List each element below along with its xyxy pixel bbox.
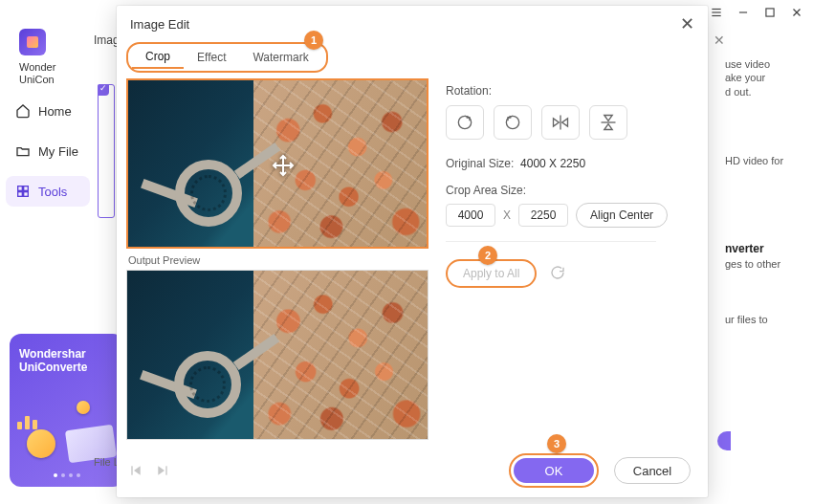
settings-icon[interactable] [710, 6, 723, 23]
app-logo [19, 29, 46, 55]
svg-marker-22 [562, 119, 568, 126]
action-button-partial[interactable] [717, 431, 731, 450]
folder-icon [15, 143, 31, 159]
edit-tabs: Crop Effect Watermark [126, 42, 328, 73]
sidebar-item-home[interactable]: Home [6, 96, 90, 126]
image-edit-dialog: Image Edit ✕ Crop Effect Watermark 1 Out… [117, 6, 708, 497]
sidebar-item-myfiles[interactable]: My File [6, 136, 90, 166]
svg-rect-14 [18, 192, 23, 197]
promo-coin-icon [77, 401, 90, 414]
svg-rect-13 [24, 186, 29, 191]
svg-marker-28 [158, 466, 165, 474]
crop-canvas[interactable] [126, 78, 428, 249]
rotation-label: Rotation: [446, 84, 698, 98]
svg-marker-21 [554, 119, 560, 126]
secondary-close-icon[interactable]: ✕ [714, 33, 725, 48]
rotate-ccw-button[interactable] [494, 105, 532, 140]
dimension-separator: X [503, 208, 511, 222]
original-size-label: Original Size: 4000 X 2250 [446, 157, 698, 170]
promo-graphic-bars [17, 416, 37, 429]
app-brand: Wonder UniCon [6, 61, 90, 86]
crop-size-label: Crop Area Size: [446, 184, 698, 197]
sidebar-item-label: My File [38, 144, 78, 159]
promo-coin-icon [27, 429, 55, 458]
tab-crop[interactable]: Crop [132, 46, 184, 69]
sidebar-item-label: Home [38, 104, 72, 119]
sidebar: Wonder UniCon Home My File Tools [0, 19, 96, 216]
dialog-close-icon[interactable]: ✕ [680, 13, 694, 34]
svg-marker-27 [134, 466, 141, 474]
ok-button-highlight: OK 3 [509, 453, 599, 488]
tab-watermark[interactable]: Watermark [239, 47, 321, 68]
step-badge-1: 1 [304, 31, 323, 50]
flip-vertical-button[interactable] [589, 105, 627, 140]
svg-rect-4 [766, 9, 774, 16]
align-center-button[interactable]: Align Center [576, 203, 668, 228]
info-block: use videoake yourd out. [725, 57, 802, 99]
close-icon[interactable] [790, 6, 803, 23]
output-preview [126, 270, 428, 440]
maximize-icon[interactable] [763, 6, 777, 23]
move-cursor-icon [272, 154, 295, 177]
svg-rect-12 [18, 186, 23, 191]
prev-frame-icon[interactable] [128, 463, 143, 482]
promo-title: WondersharUniConverte [19, 347, 115, 374]
crop-height-input[interactable] [518, 204, 568, 227]
sidebar-item-label: Tools [38, 185, 67, 199]
right-info-column: use videoake yourd out. HD video for nve… [725, 57, 802, 368]
selected-thumbnail[interactable] [98, 84, 115, 218]
flip-horizontal-button[interactable] [541, 105, 580, 140]
ok-button[interactable]: OK [514, 458, 594, 483]
info-block: HD video for [725, 154, 802, 167]
home-icon [15, 103, 31, 119]
crop-width-input[interactable] [446, 204, 495, 227]
svg-marker-25 [604, 124, 612, 130]
carousel-dots[interactable] [10, 473, 124, 477]
svg-marker-24 [604, 116, 612, 121]
step-badge-2: 2 [478, 246, 497, 265]
divider [446, 241, 656, 242]
sidebar-item-tools[interactable]: Tools [6, 176, 90, 207]
svg-rect-26 [131, 466, 132, 474]
tab-effect[interactable]: Effect [184, 47, 239, 68]
window-controls [710, 6, 803, 23]
svg-rect-29 [165, 466, 166, 474]
original-size-value: 4000 X 2250 [520, 157, 585, 170]
transport-controls [128, 463, 170, 482]
output-preview-label: Output Preview [126, 249, 428, 270]
cancel-button[interactable]: Cancel [614, 457, 691, 484]
file-location-label: File L [94, 456, 120, 468]
dialog-title: Image Edit [130, 17, 189, 32]
next-frame-icon[interactable] [155, 463, 170, 482]
minimize-icon[interactable] [736, 6, 750, 23]
info-block: ur files to [725, 313, 802, 326]
reset-icon[interactable] [550, 265, 565, 283]
info-block: nverterges to other [725, 242, 802, 271]
tools-icon [15, 184, 31, 199]
step-badge-3: 3 [547, 434, 566, 453]
svg-rect-15 [24, 192, 29, 197]
rotate-cw-button[interactable] [446, 105, 484, 140]
